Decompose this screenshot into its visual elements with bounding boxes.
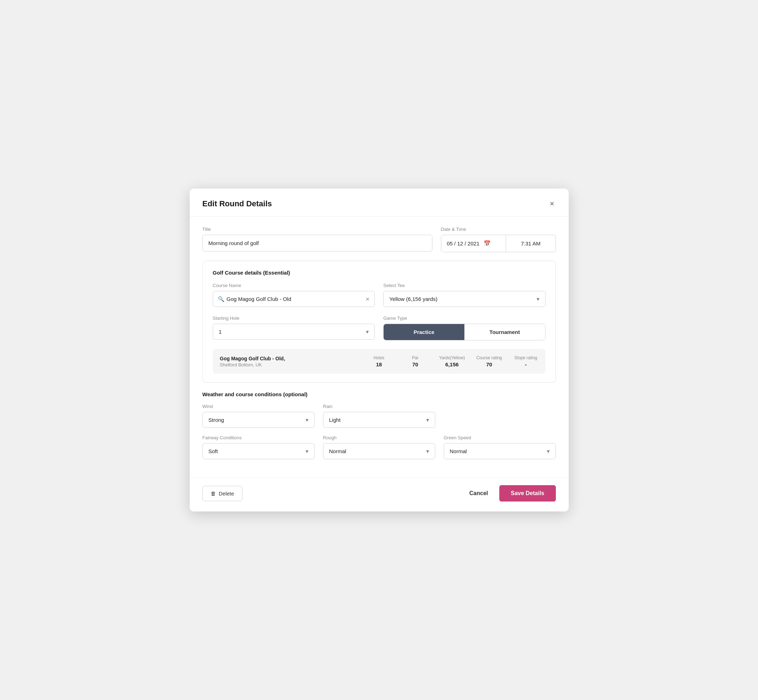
golf-course-section: Golf Course details (Essential) Course N…: [202, 261, 556, 383]
wind-dropdown[interactable]: Strong: [202, 412, 315, 428]
starting-hole-group: Starting Hole 1 ▼: [213, 316, 375, 341]
rain-label: Rain: [323, 404, 435, 409]
clear-icon[interactable]: ✕: [365, 296, 370, 302]
game-type-toggle: Practice Tournament: [383, 324, 545, 341]
course-tee-row: Course Name 🔍 ✕ Select Tee Yellow (6,156…: [213, 283, 545, 307]
select-tee-dropdown[interactable]: Yellow (6,156 yards): [383, 291, 545, 307]
slope-rating-stat: Slope rating -: [514, 355, 539, 367]
rain-dropdown[interactable]: Light: [323, 412, 435, 428]
fairway-label: Fairway Conditions: [202, 435, 315, 441]
slope-rating-label: Slope rating: [514, 355, 537, 360]
wind-wrap: Strong ▼: [202, 412, 315, 428]
wind-rain-row: Wind Strong ▼ Rain Light ▼: [202, 404, 556, 428]
course-info-bar: Gog Magog Golf Club - Old, Shelford Bott…: [213, 349, 545, 374]
tournament-button[interactable]: Tournament: [464, 324, 545, 340]
course-info-location: Shelford Bottom, UK: [220, 362, 355, 367]
select-tee-group: Select Tee Yellow (6,156 yards) ▼: [383, 283, 545, 307]
par-label: Par: [412, 355, 418, 360]
datetime-label: Date & Time: [441, 227, 556, 232]
course-rating-stat: Course rating 70: [476, 355, 502, 367]
rough-dropdown[interactable]: Normal: [323, 443, 435, 459]
yards-label: Yards(Yellow): [439, 355, 465, 360]
title-datetime-row: Title Date & Time 05 / 12 / 2021 📅 7:31 …: [202, 227, 556, 252]
course-info-name: Gog Magog Golf Club - Old,: [220, 356, 355, 361]
wind-label: Wind: [202, 404, 315, 409]
select-tee-wrap: Yellow (6,156 yards) ▼: [383, 291, 545, 307]
calendar-icon: 📅: [484, 240, 491, 247]
yards-stat: Yards(Yellow) 6,156: [439, 355, 465, 367]
game-type-label: Game Type: [383, 316, 545, 321]
save-button[interactable]: Save Details: [499, 485, 556, 502]
modal-header: Edit Round Details ×: [190, 189, 568, 217]
course-info-main: Gog Magog Golf Club - Old, Shelford Bott…: [220, 356, 355, 367]
footer-right: Cancel Save Details: [467, 485, 556, 502]
green-speed-wrap: Normal ▼: [444, 443, 556, 459]
green-speed-dropdown[interactable]: Normal: [444, 443, 556, 459]
date-value: 05 / 12 / 2021: [447, 241, 480, 247]
modal-title: Edit Round Details: [202, 199, 272, 208]
game-type-group: Game Type Practice Tournament: [383, 316, 545, 341]
search-icon: 🔍: [218, 296, 224, 302]
cancel-button[interactable]: Cancel: [467, 486, 491, 501]
practice-button[interactable]: Practice: [384, 324, 464, 340]
rain-group: Rain Light ▼: [323, 404, 435, 428]
conditions-section: Weather and course conditions (optional)…: [202, 391, 556, 459]
course-name-group: Course Name 🔍 ✕: [213, 283, 375, 307]
hole-gametype-row: Starting Hole 1 ▼ Game Type Practice Tou…: [213, 316, 545, 341]
starting-hole-wrap: 1 ▼: [213, 324, 375, 340]
green-speed-group: Green Speed Normal ▼: [444, 435, 556, 459]
holes-value: 18: [376, 361, 382, 367]
fairway-dropdown[interactable]: Soft: [202, 443, 315, 459]
modal-body: Title Date & Time 05 / 12 / 2021 📅 7:31 …: [190, 217, 568, 475]
course-rating-value: 70: [486, 361, 492, 367]
rough-label: Rough: [323, 435, 435, 441]
holes-stat: Holes 18: [366, 355, 392, 367]
edit-round-modal: Edit Round Details × Title Date & Time 0…: [190, 189, 568, 511]
par-value: 70: [412, 361, 418, 367]
rough-group: Rough Normal ▼: [323, 435, 435, 459]
time-field[interactable]: 7:31 AM: [506, 235, 556, 252]
rough-wrap: Normal ▼: [323, 443, 435, 459]
starting-hole-dropdown[interactable]: 1: [213, 324, 375, 340]
trash-icon: 🗑: [211, 491, 216, 497]
datetime-group: Date & Time 05 / 12 / 2021 📅 7:31 AM: [441, 227, 556, 252]
course-rating-label: Course rating: [476, 355, 502, 360]
delete-button[interactable]: 🗑 Delete: [202, 486, 242, 501]
course-name-label: Course Name: [213, 283, 375, 288]
par-stat: Par 70: [403, 355, 428, 367]
select-tee-label: Select Tee: [383, 283, 545, 288]
title-input[interactable]: [202, 235, 432, 252]
fairway-wrap: Soft ▼: [202, 443, 315, 459]
starting-hole-label: Starting Hole: [213, 316, 375, 321]
rain-wrap: Light ▼: [323, 412, 435, 428]
delete-label: Delete: [219, 491, 234, 497]
title-label: Title: [202, 227, 432, 232]
time-value: 7:31 AM: [521, 241, 540, 247]
golf-course-title: Golf Course details (Essential): [213, 270, 545, 276]
slope-rating-value: -: [525, 361, 527, 367]
date-time-fields: 05 / 12 / 2021 📅 7:31 AM: [441, 235, 556, 252]
title-group: Title: [202, 227, 432, 252]
yards-value: 6,156: [445, 361, 459, 367]
modal-footer: 🗑 Delete Cancel Save Details: [190, 478, 568, 511]
wind-group: Wind Strong ▼: [202, 404, 315, 428]
conditions-title: Weather and course conditions (optional): [202, 391, 556, 397]
close-button[interactable]: ×: [548, 198, 556, 209]
date-field[interactable]: 05 / 12 / 2021 📅: [441, 235, 506, 252]
fairway-group: Fairway Conditions Soft ▼: [202, 435, 315, 459]
holes-label: Holes: [373, 355, 384, 360]
green-speed-label: Green Speed: [444, 435, 556, 441]
course-name-input[interactable]: [213, 291, 375, 307]
course-search-wrap: 🔍 ✕: [213, 291, 375, 307]
fairway-rough-green-row: Fairway Conditions Soft ▼ Rough Normal: [202, 435, 556, 459]
